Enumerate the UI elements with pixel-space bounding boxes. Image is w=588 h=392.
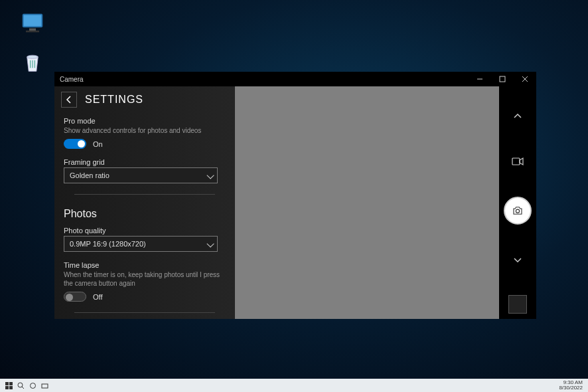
pro-mode-label: Pro mode [64,117,226,125]
close-button[interactable] [514,72,536,86]
time-lapse-state: Off [93,293,102,301]
pc-icon [19,11,46,37]
pro-mode-description: Show advanced controls for photos and vi… [64,126,226,135]
clock-date: 8/30/2022 [559,385,583,391]
maximize-button[interactable] [491,72,514,86]
svg-point-15 [18,383,23,387]
video-icon [512,157,524,166]
svg-point-4 [27,55,38,58]
svg-line-16 [22,387,24,389]
window-title: Camera [60,76,84,83]
framing-grid-select[interactable]: Golden ratio [64,167,218,183]
desktop-icon-this-pc[interactable] [16,11,49,40]
framing-grid-value: Golden ratio [70,171,110,179]
svg-rect-6 [500,76,505,82]
settings-panel: SETTINGS Pro mode Show advanced controls… [54,86,235,319]
photo-quality-label: Photo quality [64,227,226,235]
svg-rect-1 [24,15,42,27]
system-tray[interactable]: 9:30 AM 8/30/2022 [559,380,585,391]
camera-icon [512,205,524,217]
videos-section-title: Videos [54,317,235,319]
windows-icon [5,382,13,389]
framing-grid-label: Framing grid [64,158,226,166]
pro-mode-toggle[interactable] [64,139,86,149]
svg-rect-9 [512,158,520,165]
time-lapse-toggle[interactable] [64,292,86,302]
svg-rect-11 [5,382,9,385]
task-view-button[interactable] [27,379,38,391]
search-icon [17,382,25,389]
svg-point-10 [516,209,519,213]
camera-window: Camera SETTINGS Pro mode Show advanced c… [54,72,536,319]
photos-section-title: Photos [54,199,235,224]
svg-rect-13 [5,386,9,389]
gallery-thumbnail[interactable] [508,295,527,314]
settings-title: SETTINGS [85,94,143,106]
camera-controls [499,86,536,319]
pro-mode-state: On [93,140,103,148]
start-button[interactable] [3,379,15,391]
time-lapse-label: Time lapse [64,261,226,269]
svg-rect-3 [26,31,39,33]
time-lapse-description: When the timer is on, keep taking photos… [64,270,226,288]
minimize-button[interactable] [469,72,491,86]
recycle-bin-icon [19,49,46,76]
shutter-button[interactable] [504,197,532,225]
taskbar[interactable]: 9:30 AM 8/30/2022 [0,379,588,392]
search-button[interactable] [15,379,27,391]
taskbar-app[interactable] [38,379,50,391]
back-button[interactable] [61,92,77,108]
prev-mode-button[interactable] [508,106,528,126]
video-mode-button[interactable] [508,151,528,171]
desktop-icon-recycle-bin[interactable] [16,49,49,78]
svg-rect-2 [29,29,36,31]
svg-rect-18 [42,384,48,388]
titlebar[interactable]: Camera [54,72,536,86]
divider [74,312,215,313]
svg-rect-12 [9,382,13,385]
chevron-down-icon [512,254,523,265]
next-mode-button[interactable] [508,250,528,270]
chevron-up-icon [512,111,523,122]
app-icon [41,382,48,389]
divider [74,194,215,195]
task-view-icon [29,382,37,389]
svg-rect-14 [9,386,13,389]
svg-point-17 [30,383,35,388]
arrow-left-icon [64,95,74,104]
photo-quality-value: 0.9MP 16:9 (1280x720) [70,240,146,248]
camera-preview [235,86,499,319]
photo-quality-select[interactable]: 0.9MP 16:9 (1280x720) [64,236,218,252]
